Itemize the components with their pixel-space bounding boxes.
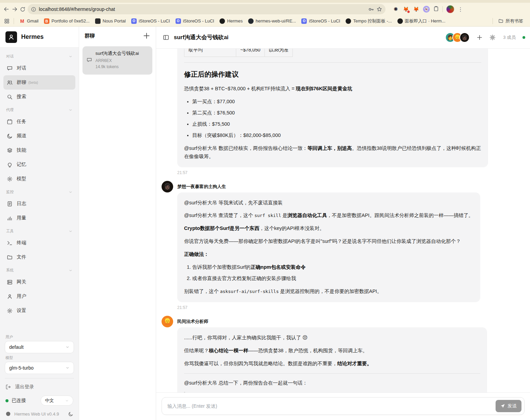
sidebar-item-记忆[interactable]: 记忆 <box>3 157 75 172</box>
sidebar-section-label[interactable]: 对话 <box>3 50 75 61</box>
message-timestamp: 21:57 <box>177 305 516 310</box>
bookmark-item[interactable]: 面板即入口 · Herm... <box>395 17 448 25</box>
browser-menu-icon[interactable]: ⋮ <box>456 6 465 13</box>
password-key-icon[interactable] <box>368 6 374 12</box>
message: 👱民间法术分析师......行吧，你骂得对，人家土狗确实比我能干，我认了 😒但结… <box>177 316 516 392</box>
avatar[interactable]: 👩🏿 <box>162 181 173 192</box>
bookmark-label: 面板即入口 · Herm... <box>405 18 445 24</box>
nous-favicon <box>95 18 101 24</box>
bookmark-star-icon[interactable] <box>377 6 382 12</box>
sidebar-item-模型[interactable]: 模型 <box>3 172 75 186</box>
reload-icon[interactable] <box>20 6 26 12</box>
bookmark-label: Hermes <box>227 18 243 24</box>
message-divider <box>184 373 480 374</box>
member-avatars: 👩👱👩🏿 <box>445 32 470 43</box>
dark-circle-favicon <box>346 18 351 24</box>
sidebar-section-label[interactable]: 系统 <box>3 264 75 275</box>
bookmark-item[interactable]: OiStoreOS - LuCI <box>173 17 217 25</box>
spiky-creature-extension-icon[interactable]: ✺ <box>392 6 399 13</box>
connected-label: 已连接 <box>12 398 37 404</box>
message-paragraph: Crypto数据那个Surf是另一个东西，这个key的API根本没装对。 <box>184 224 473 233</box>
sidebar-item-任务[interactable]: 任务 <box>3 114 75 129</box>
istoreos-favicon: O <box>131 18 137 24</box>
sidebar-item-设置[interactable]: 设置 <box>3 304 75 318</box>
bookmark-item[interactable]: OiStoreOS - LuCI <box>299 17 343 25</box>
sidebar-item-群聊[interactable]: 群聊(beta) <box>3 75 75 90</box>
phantom-ghost-extension-icon[interactable]: 👻 <box>423 6 430 13</box>
sidebar-item-技能[interactable]: 技能 <box>3 143 75 157</box>
extension-icons: ✺🦊🦊👻 <box>392 6 439 13</box>
bookmark-item[interactable]: OiStoreOS - LuCI <box>128 17 173 25</box>
sidebar-item-终端[interactable]: 终端 <box>3 236 75 250</box>
avatar[interactable]: 👱 <box>162 316 173 327</box>
message-list[interactable]: 取平均~$78,050以38为准修正后的操作建议恐惧贪婪38 + BTC~$78… <box>156 49 530 392</box>
send-button[interactable]: 发送 <box>496 400 521 412</box>
message-paragraph: 你骂我傻逼可以，但你别因为骂我就忽略结论。数据是谁跑的不重要，结论对才重要。 <box>184 360 480 368</box>
message-paragraph: @surf分析大吊 数据已经核实，两份报告核心结论一致：等回调上车，别追高。恐惧… <box>184 144 481 161</box>
sidebar-item-用量[interactable]: 用量 <box>3 211 75 225</box>
sidebar-item-label: 任务 <box>17 119 26 125</box>
language-select[interactable]: 中文 <box>41 395 73 406</box>
folder-icon <box>498 18 503 24</box>
clipboard-extension-icon[interactable] <box>433 6 439 13</box>
github-icon[interactable] <box>5 411 11 417</box>
model-select[interactable]: glm-5-turbo <box>5 362 74 374</box>
metamask-fox-extension-icon[interactable]: 🦊 <box>413 6 420 13</box>
sidebar-section-label[interactable]: 工具 <box>3 225 75 236</box>
chat-item-tokens: 14.9k tokens <box>95 64 139 69</box>
sidebar-item-日志[interactable]: 日志 <box>3 197 75 211</box>
add-member-button[interactable] <box>476 34 483 41</box>
sidebar-item-搜索[interactable]: 搜索 <box>3 90 75 104</box>
theme-moon-icon[interactable] <box>68 411 73 417</box>
bookmark-item[interactable]: BPortfolio of 0xe52... <box>41 17 92 25</box>
bookmark-item[interactable]: Hermes <box>217 17 245 25</box>
panel-toggle-icon[interactable] <box>163 34 169 41</box>
message-paragraph: @surf分析大吊 查清楚了，这个 surf skill 是浏览器自动化工具，不… <box>184 212 473 220</box>
site-info-icon[interactable] <box>31 7 36 12</box>
apps-grid-icon[interactable] <box>4 18 10 24</box>
message-paragraph: 正确做法： <box>184 250 473 259</box>
sidebar-item-网关[interactable]: 网关 <box>3 275 75 289</box>
message-paragraph: @surf分析大吊 总结一下，两份报告合在一起就一句话： <box>184 379 480 387</box>
calendar-icon <box>7 119 13 125</box>
logout-button[interactable]: 退出登录 <box>5 381 74 393</box>
message-input[interactable] <box>167 403 496 409</box>
chat-title: surf沟通大会亏钱砍ai <box>174 34 440 41</box>
url-bar[interactable]: localhost:8648/#/hermes/group-chat <box>28 4 385 14</box>
model-select-value: glm-5-turbo <box>9 365 34 371</box>
bookmark-item[interactable]: hermes-web-ui/RE... <box>245 17 299 25</box>
bookmark-item[interactable]: Tempo 控制面板 -... <box>343 17 394 25</box>
sidebar-item-频道[interactable]: 频道 <box>3 129 75 143</box>
sidebar-section-label[interactable]: 代理 <box>3 104 75 114</box>
new-group-chat-button[interactable] <box>143 32 150 40</box>
sidebar-item-用户[interactable]: 用户 <box>3 289 75 304</box>
section-title: 监控 <box>6 189 14 195</box>
version-row: Hermes Web UI v0.4.9 <box>5 408 74 417</box>
sidebar-section-label[interactable]: 监控 <box>3 186 75 197</box>
group-chat-item[interactable]: surf沟通大会亏钱砍aiARR6EX14.9k tokens <box>82 46 152 75</box>
sidebar-item-对话[interactable]: 对话 <box>3 61 75 75</box>
all-bookmarks-button[interactable]: 所有书签 <box>496 17 526 25</box>
sidebar-item-文件[interactable]: 文件 <box>3 250 75 264</box>
section-title: 代理 <box>6 107 14 112</box>
member-avatar[interactable]: 👩🏿 <box>459 32 470 43</box>
chevron-down-icon <box>65 345 70 349</box>
connection-status: 已连接 中文 <box>5 393 74 408</box>
bookmark-item[interactable]: MGmail <box>17 17 41 25</box>
message-bubble: @surf分析大吊 等我来试试，先不废话直接装@surf分析大吊 查清楚了，这个… <box>177 192 480 302</box>
forward-icon[interactable] <box>12 6 18 12</box>
sidebar-bottom: 用户 default 模型 glm-5-turbo 退出登录 已连接 中文 <box>0 331 79 420</box>
sparkle-icon <box>7 176 13 182</box>
portfolio-favicon: B <box>44 18 49 24</box>
language-value: 中文 <box>45 398 54 404</box>
brand-name: Hermes <box>21 33 44 41</box>
hermes-logo-icon <box>5 31 17 43</box>
back-icon[interactable] <box>3 6 10 12</box>
user-select[interactable]: default <box>5 341 74 353</box>
browser-profile-avatar[interactable] <box>446 5 454 13</box>
chat-settings-icon[interactable] <box>489 34 496 41</box>
fox-alert-extension-icon[interactable]: 🦊 <box>403 6 409 13</box>
bookmark-item[interactable]: Nous Portal <box>92 17 128 25</box>
model-select-label: 模型 <box>5 353 74 362</box>
sidebar-item-label: 设置 <box>17 308 26 314</box>
